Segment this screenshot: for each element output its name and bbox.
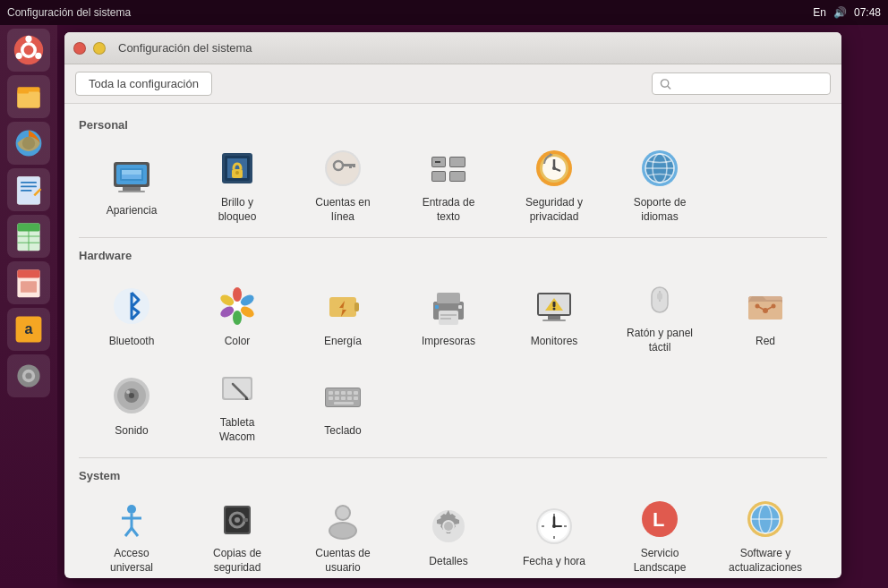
- icon-seguridad[interactable]: Seguridad yprivacidad: [501, 141, 607, 230]
- icon-monitores[interactable]: Monitores: [501, 271, 607, 361]
- search-box[interactable]: [652, 72, 831, 95]
- icon-detalles[interactable]: Detalles: [396, 491, 501, 578]
- cuentas-usuario-icon: [320, 497, 366, 541]
- svg-rect-140: [243, 518, 248, 522]
- svg-rect-127: [341, 396, 346, 400]
- icon-entrada[interactable]: Entrada detexto: [396, 141, 501, 230]
- sonido-icon: [108, 372, 155, 419]
- svg-rect-46: [349, 164, 352, 168]
- acceso-label: Accesouniversal: [110, 547, 153, 575]
- all-settings-button[interactable]: Toda la configuración: [75, 72, 212, 96]
- svg-rect-120: [329, 391, 333, 395]
- entrada-icon: [425, 146, 472, 191]
- svg-rect-123: [347, 391, 352, 395]
- icon-raton[interactable]: Ratón y paneltáctil: [607, 271, 713, 361]
- svg-rect-21: [17, 270, 39, 278]
- svg-rect-128: [347, 396, 352, 400]
- window-toolbar: Toda la configuración: [64, 64, 841, 104]
- svg-rect-13: [21, 186, 37, 188]
- sidebar-icon-writer[interactable]: [7, 168, 50, 211]
- svg-point-27: [25, 372, 31, 379]
- svg-rect-53: [432, 172, 445, 181]
- svg-point-147: [444, 522, 453, 531]
- red-label: Red: [756, 335, 775, 349]
- hardware-grid: Bluetooth: [79, 271, 827, 450]
- svg-rect-36: [122, 170, 141, 175]
- svg-point-71: [233, 287, 242, 302]
- cuentas-label: Cuentas enlínea: [315, 196, 370, 224]
- brillo-label: Brillo ybloqueo: [218, 196, 257, 224]
- window-titlebar: Configuración del sistema: [64, 32, 841, 64]
- svg-rect-88: [440, 314, 457, 316]
- svg-rect-124: [354, 391, 358, 395]
- sidebar-icon-firefox[interactable]: [7, 122, 50, 165]
- icon-sonido[interactable]: Sonido: [79, 361, 184, 450]
- icon-cuentas-usuario[interactable]: Cuentas deusuario: [290, 491, 396, 578]
- copias-label: Copias deseguridad: [213, 547, 261, 575]
- window-minimize-button[interactable]: [93, 42, 106, 55]
- svg-point-143: [337, 507, 349, 519]
- sidebar-icon-files[interactable]: [7, 75, 50, 118]
- svg-rect-47: [353, 164, 355, 167]
- svg-rect-86: [435, 305, 439, 309]
- raton-label: Ratón y paneltáctil: [627, 327, 693, 354]
- svg-point-131: [127, 505, 136, 514]
- sidebar-icon-impress[interactable]: [7, 261, 50, 304]
- software-icon: [742, 497, 789, 541]
- svg-rect-14: [21, 190, 32, 192]
- svg-rect-125: [329, 396, 333, 400]
- icon-impresoras[interactable]: Impresoras: [396, 271, 501, 361]
- svg-rect-55: [450, 172, 465, 181]
- section-title-personal: Personal: [79, 118, 827, 132]
- search-input[interactable]: [671, 77, 823, 90]
- icon-bluetooth[interactable]: Bluetooth: [79, 271, 184, 361]
- svg-point-62: [552, 166, 556, 170]
- icon-apariencia[interactable]: Apariencia: [79, 141, 184, 230]
- svg-point-74: [233, 311, 242, 325]
- svg-rect-33: [118, 191, 145, 192]
- taskbar-title: Configuración del sistema: [7, 6, 131, 19]
- sidebar-icon-ubuntu[interactable]: [7, 29, 50, 72]
- icon-cuentas[interactable]: Cuentas enlínea: [290, 141, 396, 230]
- icon-acceso[interactable]: Accesouniversal: [79, 491, 184, 578]
- landscape-icon: L: [636, 497, 683, 541]
- tableta-icon: [214, 366, 260, 411]
- svg-rect-96: [553, 302, 556, 307]
- window-close-button[interactable]: [73, 42, 86, 55]
- icon-color[interactable]: Color: [184, 271, 290, 361]
- bluetooth-label: Bluetooth: [109, 335, 155, 349]
- fecha-icon: [531, 503, 577, 550]
- svg-rect-87: [458, 305, 462, 309]
- svg-rect-93: [548, 316, 560, 320]
- system-grid: Accesouniversal Copias deseguridad: [79, 491, 827, 578]
- icon-fecha[interactable]: Fecha y hora: [501, 491, 607, 578]
- icon-tableta[interactable]: TabletaWacom: [184, 361, 290, 450]
- svg-rect-22: [21, 281, 37, 293]
- sidebar: a: [0, 25, 57, 588]
- icon-brillo[interactable]: Brillo ybloqueo: [184, 141, 290, 230]
- icon-software[interactable]: Software yactualizaciones: [713, 491, 818, 578]
- taskbar-lang: En: [813, 6, 826, 19]
- svg-rect-101: [657, 293, 662, 300]
- svg-rect-84: [437, 293, 460, 303]
- icon-energia[interactable]: Energía: [290, 271, 396, 361]
- svg-line-135: [132, 528, 138, 536]
- sidebar-icon-amazon[interactable]: a: [7, 308, 50, 351]
- svg-rect-79: [354, 303, 359, 311]
- sidebar-icon-calc[interactable]: [7, 215, 50, 258]
- svg-point-4: [16, 53, 22, 59]
- icon-teclado[interactable]: Teclado: [290, 361, 396, 450]
- cuentas-usuario-label: Cuentas deusuario: [315, 547, 370, 575]
- icon-soporte[interactable]: Soporte deidiomas: [607, 141, 713, 230]
- icon-red[interactable]: Red: [713, 271, 818, 361]
- icon-copias[interactable]: Copias deseguridad: [184, 491, 290, 578]
- svg-point-41: [235, 171, 239, 175]
- svg-rect-6: [17, 92, 39, 108]
- svg-point-112: [129, 393, 134, 398]
- svg-point-77: [233, 302, 242, 311]
- impresoras-icon: [425, 283, 472, 329]
- energia-label: Energía: [324, 335, 362, 349]
- window-title: Configuración del sistema: [118, 41, 252, 55]
- icon-landscape[interactable]: L ServicioLandscape: [607, 491, 713, 578]
- sidebar-icon-settings[interactable]: [7, 354, 50, 397]
